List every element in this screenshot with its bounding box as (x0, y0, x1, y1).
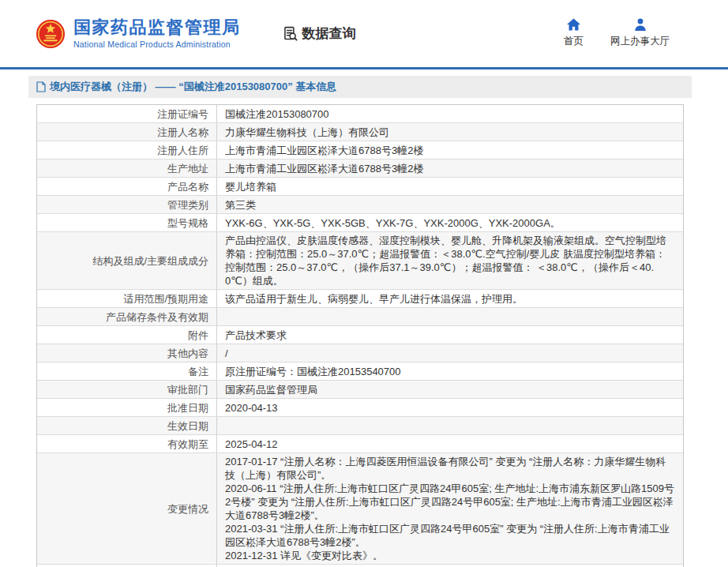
org-name-zh: 国家药品监督管理局 (73, 18, 241, 37)
change-entry: 2021-03-31 “注册人住所:上海市虹口区广灵四路24号甲605室” 变更… (225, 522, 675, 549)
row-value: 该产品适用于新生儿、病弱婴儿、早产儿进行体温保温，护理用。 (217, 290, 683, 307)
row-value (217, 417, 683, 434)
table-row: 型号规格 YXK-6G、YXK-5G、YXK-5GB、YXK-7G、YXK-20… (37, 214, 683, 232)
row-value: 婴儿培养箱 (217, 178, 683, 195)
nav-home-label: 首页 (564, 35, 584, 48)
change-entry: 2020-06-11 “注册人住所:上海市虹口区广灵四路24甲605室; 生产地… (225, 482, 675, 522)
row-label: 注册人名称 (37, 123, 217, 141)
row-label: 注册证编号 (37, 105, 217, 122)
row-label: 管理类别 (37, 196, 217, 213)
table-row: 批准日期 2020-04-13 (37, 399, 683, 417)
table-row: 注册证编号 国械注准20153080700 (37, 105, 683, 123)
row-label: 适用范围/预期用途 (37, 290, 217, 307)
table-row: 生效日期 (37, 417, 683, 435)
document-search-icon (282, 25, 298, 42)
nav-service-hall-label: 网上办事大厅 (610, 35, 670, 48)
row-label: 批准日期 (37, 399, 217, 416)
row-value: 力康华耀生物科技（上海）有限公司 (217, 123, 683, 141)
table-row: 产品储存条件及有效期 (37, 308, 683, 326)
breadcrumb: 境内医疗器械（注册） —— “国械注准20153080700” 基本信息 (28, 76, 692, 98)
table-row: 有效期至 2025-04-12 (37, 435, 683, 453)
row-label: 型号规格 (37, 214, 217, 231)
row-label: 注册人住所 (37, 141, 217, 159)
table-row: 注册人名称 力康华耀生物科技（上海）有限公司 (37, 123, 683, 141)
row-label: 产品名称 (37, 178, 217, 195)
table-row: 备注 原注册证编号：国械注准20153540700 (37, 362, 683, 381)
table-row: 注册人住所 上海市青浦工业园区崧泽大道6788号3幢2楼 (37, 141, 683, 160)
change-entry: 2021-12-31 详见《变更对比表》。 (225, 549, 675, 562)
table-row-change-history: 变更情况 2017-01-17 “注册人名称：上海四菱医用恒温设备有限公司” 变… (37, 453, 683, 565)
table-row: 结构及组成/主要组成成分 产品由控温仪、皮肤温度传感器、湿度控制模块、婴儿舱、升… (37, 232, 683, 290)
org-name-en: National Medical Products Administration (73, 39, 241, 49)
row-value: 2020-04-13 (217, 399, 683, 416)
table-row: 生产地址 上海市青浦工业园区崧泽大道6788号3幢2楼 (37, 160, 683, 178)
nmpa-logo[interactable]: 国家药品监督管理局 National Medical Products Admi… (36, 18, 241, 49)
table-row: 管理类别 第三类 (37, 196, 683, 214)
nav-item-service-hall[interactable]: 网上办事大厅 (610, 17, 670, 48)
row-label: 其他内容 (37, 344, 217, 362)
row-label: 生效日期 (37, 417, 217, 434)
row-label: 产品储存条件及有效期 (37, 308, 217, 325)
site-header: 国家药品监督管理局 National Medical Products Admi… (0, 0, 728, 69)
row-value (217, 308, 683, 325)
table-row: 适用范围/预期用途 该产品适用于新生儿、病弱婴儿、早产儿进行体温保温，护理用。 (37, 290, 683, 308)
row-value: 第三类 (217, 196, 683, 213)
breadcrumb-text: 境内医疗器械（注册） —— “国械注准20153080700” 基本信息 (50, 80, 336, 94)
row-value: 国械注准20153080700 (217, 105, 683, 122)
row-label: 附件 (37, 326, 217, 344)
row-value: 上海市青浦工业园区崧泽大道6788号3幢2楼 (217, 141, 683, 159)
page-icon (36, 81, 46, 92)
row-value: 产品由控温仪、皮肤温度传感器、湿度控制模块、婴儿舱、升降机架及输液架组成。空气控… (217, 232, 683, 289)
row-value: 产品技术要求 (217, 326, 683, 344)
registration-info-table: 注册证编号 国械注准20153080700 注册人名称 力康华耀生物科技（上海）… (36, 104, 684, 567)
row-value: 国家药品监督管理局 (217, 381, 683, 398)
national-emblem-icon (36, 19, 66, 49)
org-title-block: 国家药品监督管理局 National Medical Products Admi… (73, 18, 241, 49)
main-content: 境内医疗器械（注册） —— “国械注准20153080700” 基本信息 注册证… (28, 76, 692, 567)
row-label: 审批部门 (37, 381, 217, 398)
row-value: YXK-6G、YXK-5G、YXK-5GB、YXK-7G、YXK-2000G、Y… (217, 214, 683, 231)
row-label: 生产地址 (37, 160, 217, 177)
row-value: 原注册证编号：国械注准20153540700 (217, 362, 683, 380)
table-row: 审批部门 国家药品监督管理局 (37, 381, 683, 399)
table-row: 其他内容 / (37, 344, 683, 362)
row-value: 2017-01-17 “注册人名称：上海四菱医用恒温设备有限公司” 变更为 “注… (217, 453, 683, 564)
person-icon (634, 17, 647, 31)
data-query-label: 数据查询 (302, 24, 356, 43)
row-label: 备注 (37, 362, 217, 380)
row-value: / (217, 344, 683, 362)
row-value: 2025-04-12 (217, 435, 683, 452)
data-query-tab[interactable]: 数据查询 (282, 24, 356, 43)
home-icon (567, 17, 580, 31)
row-value: 上海市青浦工业园区崧泽大道6788号3幢2楼 (217, 160, 683, 177)
table-row: 产品名称 婴儿培养箱 (37, 178, 683, 196)
change-entry: 2017-01-17 “注册人名称：上海四菱医用恒温设备有限公司” 变更为 “注… (225, 455, 675, 482)
top-nav: 首页 网上办事大厅 (564, 17, 670, 48)
row-label: 结构及组成/主要组成成分 (37, 232, 217, 289)
row-label: 有效期至 (37, 435, 217, 452)
nav-item-home[interactable]: 首页 (564, 17, 584, 48)
row-label: 变更情况 (37, 453, 217, 564)
table-row: 附件 产品技术要求 (37, 326, 683, 344)
